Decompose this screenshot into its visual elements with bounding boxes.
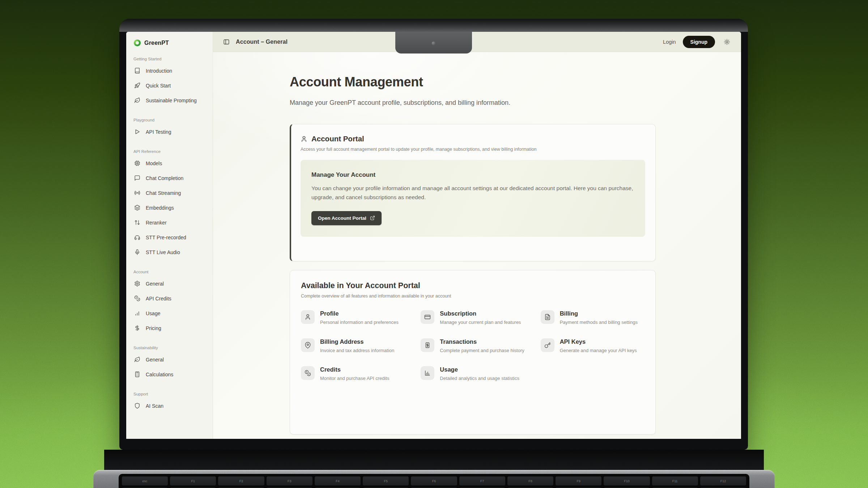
feature-description: Monitor and purchase API credits <box>320 375 390 382</box>
feature-description: Detailed analytics and usage statistics <box>440 375 519 382</box>
sidebar-item-label: Models <box>146 160 162 166</box>
dollar-icon <box>134 325 140 331</box>
feature-text: SubscriptionManage your current plan and… <box>440 310 521 326</box>
account-portal-title: Account Portal <box>311 134 364 143</box>
sidebar-item-reranker[interactable]: Reranker <box>133 215 206 230</box>
feature-title: Profile <box>320 310 399 317</box>
layers-icon <box>134 205 140 211</box>
laptop-screen-bezel: GreenPT Getting StartedIntroductionQuick… <box>119 19 748 450</box>
feature-description: Personal information and preferences <box>320 319 399 326</box>
sidebar-section-label-getting-started: Getting Started <box>133 57 206 61</box>
feature-text: Billing AddressInvoice and tax address i… <box>320 338 394 354</box>
rocket-icon <box>134 82 140 89</box>
sidebar-item-embeddings[interactable]: Embeddings <box>133 200 206 215</box>
leaf-icon <box>134 97 140 103</box>
manage-account-body: You can change your profile information … <box>311 184 634 202</box>
map-pin-icon <box>301 338 315 352</box>
sidebar-item-chat-streaming[interactable]: Chat Streaming <box>133 185 206 200</box>
app-logo-label: GreenPT <box>144 40 169 46</box>
feature-title: Credits <box>320 366 390 373</box>
coins-icon <box>134 295 140 301</box>
desktop-background: GreenPT Getting StartedIntroductionQuick… <box>0 0 868 488</box>
user-icon <box>301 136 307 142</box>
sidebar-item-introduction[interactable]: Introduction <box>133 63 206 78</box>
panel-left-icon[interactable] <box>223 39 230 45</box>
sidebar-sections: Getting StartedIntroductionQuick StartSu… <box>133 57 206 413</box>
sort-icon <box>134 219 140 226</box>
sidebar-item-general[interactable]: General <box>133 276 206 291</box>
chat-icon <box>134 175 140 181</box>
sidebar-item-sustainable-prompting[interactable]: Sustainable Prompting <box>133 93 206 108</box>
user-icon <box>301 310 315 324</box>
sidebar-item-label: General <box>146 281 164 287</box>
page-subtitle: Manage your GreenPT account profile, sub… <box>290 99 741 107</box>
manage-account-panel: Manage Your Account You can change your … <box>301 160 645 237</box>
chip-icon <box>134 160 140 166</box>
manage-account-title: Manage Your Account <box>311 171 634 179</box>
keyboard-key-f12: F12 <box>700 476 746 485</box>
login-button[interactable]: Login <box>663 39 676 45</box>
feature-item-subscription: SubscriptionManage your current plan and… <box>421 310 524 326</box>
sidebar-item-ai-scan[interactable]: AI Scan <box>133 398 206 413</box>
laptop-keyboard: escF1F2F3F4F5F6F7F8F9F10F11F12`123456789… <box>119 474 749 488</box>
sidebar-item-api-credits[interactable]: API Credits <box>133 291 206 306</box>
greenpt-logo-icon <box>133 39 141 47</box>
file-text-icon <box>541 310 554 324</box>
app-window: GreenPT Getting StartedIntroductionQuick… <box>126 32 741 439</box>
keyboard-row: escF1F2F3F4F5F6F7F8F9F10F11F12 <box>122 476 746 485</box>
sidebar-item-usage[interactable]: Usage <box>133 306 206 321</box>
feature-description: Complete payment and purchase history <box>440 347 524 354</box>
sidebar-section-label-playground: Playground <box>133 118 206 122</box>
chart-icon <box>421 366 434 380</box>
keyboard-key-f8: F8 <box>507 476 553 485</box>
sidebar-item-stt-pre-recorded[interactable]: STT Pre-recorded <box>133 230 206 245</box>
feature-text: ProfilePersonal information and preferen… <box>320 310 399 326</box>
sun-icon[interactable] <box>724 39 730 45</box>
keyboard-key-f5: F5 <box>363 476 409 485</box>
features-title: Available in Your Account Portal <box>301 281 644 290</box>
feature-title: Usage <box>440 366 519 373</box>
sidebar-item-calculations[interactable]: Calculations <box>133 367 206 382</box>
feature-item-profile: ProfilePersonal information and preferen… <box>301 310 405 326</box>
feature-description: Payment methods and billing settings <box>560 319 638 326</box>
app-logo[interactable]: GreenPT <box>133 39 206 47</box>
feature-text: TransactionsComplete payment and purchas… <box>440 338 524 354</box>
keyboard-key-f6: F6 <box>411 476 457 485</box>
sidebar-item-quick-start[interactable]: Quick Start <box>133 78 206 93</box>
sidebar-item-general[interactable]: General <box>133 352 206 367</box>
sidebar-item-pricing[interactable]: Pricing <box>133 321 206 335</box>
open-account-portal-button[interactable]: Open Account Portal <box>311 211 382 225</box>
feature-text: API KeysGenerate and manage your API key… <box>560 338 637 354</box>
sidebar-item-label: AI Scan <box>146 403 163 409</box>
open-account-portal-label: Open Account Portal <box>318 215 366 221</box>
page-title: Account Management <box>290 74 741 90</box>
sidebar-item-label: Sustainable Prompting <box>146 98 197 103</box>
sidebar-item-models[interactable]: Models <box>133 156 206 171</box>
sidebar-item-label: Usage <box>146 311 160 316</box>
feature-title: Subscription <box>440 310 521 317</box>
feature-item-billing: BillingPayment methods and billing setti… <box>541 310 644 326</box>
feature-description: Invoice and tax address information <box>320 347 394 354</box>
sidebar-item-label: API Credits <box>146 296 171 301</box>
sidebar-item-stt-live-audio[interactable]: STT Live Audio <box>133 245 206 260</box>
feature-text: BillingPayment methods and billing setti… <box>560 310 638 326</box>
laptop-hinge <box>104 450 764 471</box>
feature-item-credits: CreditsMonitor and purchase API credits <box>301 366 405 382</box>
sidebar-item-api-testing[interactable]: API Testing <box>133 124 206 139</box>
play-icon <box>134 129 140 135</box>
chart-icon <box>134 310 140 316</box>
sidebar-item-chat-completion[interactable]: Chat Completion <box>133 171 206 185</box>
sidebar-section-label-api-reference: API Reference <box>133 149 206 154</box>
key-icon <box>541 338 554 352</box>
book-icon <box>134 68 140 74</box>
gear-icon <box>134 281 140 287</box>
features-grid: ProfilePersonal information and preferen… <box>301 310 644 382</box>
feature-item-api-keys: API KeysGenerate and manage your API key… <box>541 338 644 354</box>
keyboard-key-f3: F3 <box>267 476 312 485</box>
sidebar-item-label: API Testing <box>146 129 171 135</box>
sidebar-item-label: STT Live Audio <box>146 249 180 255</box>
sidebar-item-label: General <box>146 357 164 363</box>
signup-button[interactable]: Signup <box>683 36 715 48</box>
feature-title: Transactions <box>440 338 524 345</box>
feature-item-billing-address: Billing AddressInvoice and tax address i… <box>301 338 405 354</box>
